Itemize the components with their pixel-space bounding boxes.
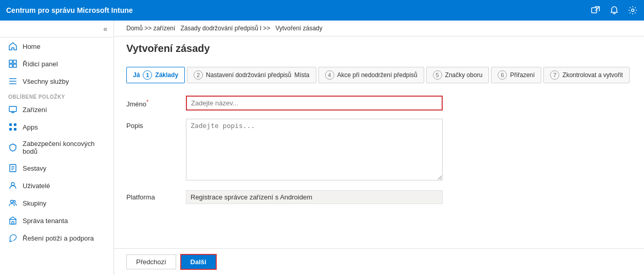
sidebar-item-tenant[interactable]: Správa tenanta <box>0 212 113 229</box>
step-4-label: Akce při nedodržení předpisů <box>337 71 418 79</box>
breadcrumb: Domů >> zařízení Zásady dodržování předp… <box>114 21 644 36</box>
svg-rect-25 <box>12 222 14 224</box>
topbar: Centrum pro správu Microsoft Intune <box>0 0 644 21</box>
svg-point-2 <box>632 9 634 12</box>
sidebar-label-support: Řešení potíží a podpora <box>23 234 94 242</box>
step-6-number: 6 <box>498 70 507 80</box>
sidebar-label-apps: Apps <box>23 123 38 131</box>
page-title: Vytvoření zásady <box>114 36 644 59</box>
platform-row: Platforma Registrace správce zařízení s … <box>126 190 632 204</box>
svg-rect-3 <box>9 60 12 63</box>
svg-rect-15 <box>9 128 12 131</box>
svg-point-22 <box>11 200 13 203</box>
sidebar-item-home[interactable]: Home <box>0 38 113 55</box>
step-4[interactable]: 4 Akce při nedodržení předpisů <box>318 67 424 83</box>
sidebar-item-dashboard[interactable]: Řídicí panel <box>0 55 113 72</box>
sidebar-label-dashboard: Řídicí panel <box>23 60 58 68</box>
svg-rect-14 <box>14 123 16 126</box>
page-footer: Předchozí Další <box>114 248 644 275</box>
platform-control: Registrace správce zařízení s Androidem <box>186 190 443 204</box>
security-icon <box>8 143 17 152</box>
sidebar-label-tenant: Správa tenanta <box>23 217 68 225</box>
share-icon[interactable] <box>591 5 601 15</box>
main-content: Domů >> zařízení Zásady dodržování předp… <box>114 21 644 275</box>
description-row: Popis <box>126 119 632 182</box>
support-icon <box>8 233 17 243</box>
back-button[interactable]: Předchozí <box>126 254 176 269</box>
sidebar-label-users: Uživatelé <box>23 182 50 190</box>
step-1-label: Základy <box>155 71 178 79</box>
users-icon <box>8 181 17 190</box>
sidebar-item-groups[interactable]: Skupiny <box>0 194 113 212</box>
topbar-icons <box>591 5 638 15</box>
step-2-number: 2 <box>194 70 203 80</box>
sidebar-section-label: OBLÍBENÉ POLOŽKY <box>0 90 113 101</box>
sidebar-item-support[interactable]: Řešení potíží a podpora <box>0 229 113 247</box>
sidebar-collapse-section: « <box>0 21 113 38</box>
sidebar-item-users[interactable]: Uživatelé <box>0 177 113 194</box>
step-5[interactable]: 5 Značky oboru <box>426 67 489 83</box>
step-2-suffix: Místa <box>294 71 309 79</box>
svg-rect-4 <box>13 60 16 63</box>
svg-rect-16 <box>14 128 16 131</box>
name-control <box>186 96 443 111</box>
sidebar-collapse-button[interactable]: « <box>101 24 109 34</box>
sidebar-item-reports[interactable]: Sestavy <box>0 159 113 177</box>
sidebar-label-security: Zabezpečení koncových bodů <box>23 140 105 155</box>
step-1-number: 1 <box>143 70 152 80</box>
step-7-label: Zkontrolovat a vytvořit <box>562 71 622 79</box>
reports-icon <box>8 163 17 173</box>
platform-value: Registrace správce zařízení s Androidem <box>186 190 443 204</box>
sidebar-item-apps[interactable]: Apps <box>0 118 113 136</box>
step-1-prefix: Já <box>133 71 140 79</box>
step-6[interactable]: 6 Přiřazení <box>491 67 541 83</box>
dashboard-icon <box>8 59 17 68</box>
svg-point-21 <box>11 182 14 186</box>
name-input[interactable] <box>186 96 443 111</box>
svg-rect-6 <box>13 64 16 67</box>
steps-bar: Já 1 Základy 2 Nastavení dodržování před… <box>126 67 632 83</box>
svg-rect-5 <box>9 64 12 67</box>
sidebar-label-devices: Zařízení <box>23 106 47 114</box>
step-7[interactable]: 7 Zkontrolovat a vytvořit <box>543 67 629 83</box>
home-icon <box>8 42 17 51</box>
content-body: Já 1 Základy 2 Nastavení dodržování před… <box>114 59 644 248</box>
description-label: Popis <box>126 119 178 130</box>
step-2[interactable]: 2 Nastavení dodržování předpisů Místa <box>187 67 316 83</box>
app-title: Centrum pro správu Microsoft Intune <box>6 6 133 14</box>
sidebar-item-services[interactable]: Všechny služby <box>0 72 113 90</box>
step-5-number: 5 <box>433 70 442 80</box>
svg-point-23 <box>13 200 15 203</box>
svg-line-1 <box>595 7 599 11</box>
sidebar-item-security[interactable]: Zabezpečení koncových bodů <box>0 136 113 159</box>
device-icon <box>8 105 17 114</box>
settings-icon[interactable] <box>628 5 638 15</box>
name-label: Jméno* <box>126 96 178 108</box>
next-button[interactable]: Další <box>180 254 217 270</box>
description-control <box>186 119 443 182</box>
svg-rect-10 <box>9 106 16 112</box>
platform-label: Platforma <box>126 190 178 201</box>
step-5-label: Značky oboru <box>445 71 483 79</box>
groups-icon <box>8 198 17 208</box>
sidebar-label-services: Všechny služby <box>23 78 69 85</box>
step-4-number: 4 <box>325 70 334 80</box>
sidebar-label-reports: Sestavy <box>23 164 46 172</box>
description-input[interactable] <box>186 119 443 180</box>
name-row: Jméno* <box>126 96 632 111</box>
step-2-label: Nastavení dodržování předpisů <box>206 71 291 79</box>
breadcrumb-text: Domů >> zařízení Zásady dodržování předp… <box>126 25 323 32</box>
services-icon <box>8 77 17 86</box>
bell-icon[interactable] <box>609 5 619 15</box>
step-1[interactable]: Já 1 Základy <box>126 67 185 83</box>
svg-rect-13 <box>9 123 12 126</box>
sidebar-label-home: Home <box>23 43 41 50</box>
apps-icon <box>8 122 17 132</box>
step-6-label: Přiřazení <box>510 71 535 79</box>
step-7-number: 7 <box>550 70 559 80</box>
sidebar: « Home Řídicí panel Všechny služby OBLÍB… <box>0 21 114 275</box>
tenant-icon <box>8 216 17 225</box>
sidebar-label-groups: Skupiny <box>23 199 46 207</box>
sidebar-item-devices[interactable]: Zařízení <box>0 101 113 118</box>
